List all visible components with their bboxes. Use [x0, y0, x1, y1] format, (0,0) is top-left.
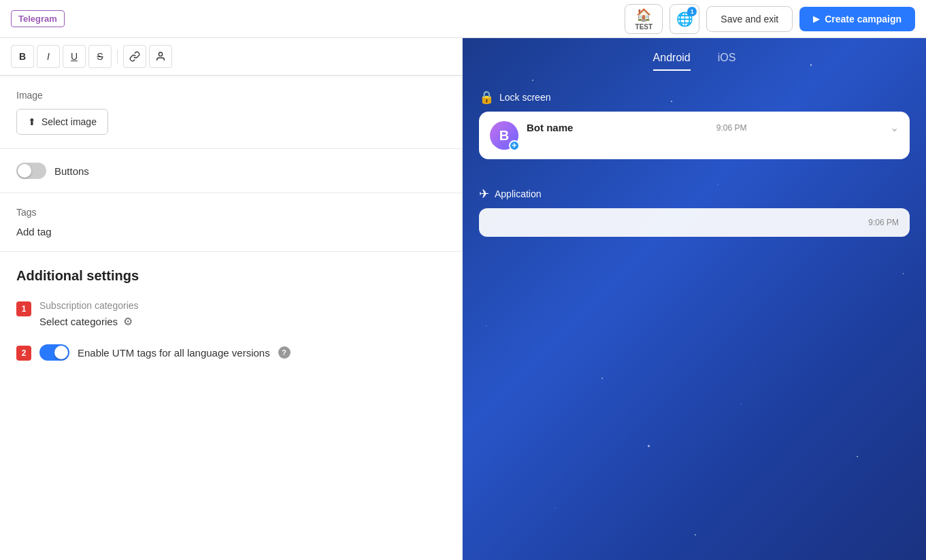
star: [648, 445, 650, 447]
bold-button[interactable]: B: [11, 45, 34, 68]
ios-tab[interactable]: iOS: [718, 52, 736, 71]
star: [718, 184, 718, 185]
test-label: TEST: [635, 23, 653, 31]
buttons-row: Buttons: [16, 163, 446, 179]
image-section: Image ⬆ Select image: [0, 76, 462, 149]
utm-label: Enable UTM tags for all language version…: [78, 347, 270, 359]
globe-button[interactable]: 🌐 1: [669, 4, 699, 34]
lock-screen-header: 🔒 Lock screen: [479, 90, 910, 105]
save-exit-button[interactable]: Save and exit: [706, 6, 793, 32]
select-image-label: Select image: [42, 116, 97, 127]
bot-avatar: B ✈: [490, 121, 518, 150]
telegram-mini-icon: ✈: [509, 140, 520, 151]
upload-icon: ⬆: [28, 116, 36, 127]
main-layout: B I U S Image ⬆: [0, 38, 926, 560]
utm-toggle[interactable]: [39, 344, 69, 361]
play-icon: ▶: [813, 14, 819, 24]
subscription-categories-item: 1 Subscription categories Select categor…: [16, 300, 446, 328]
setting-number-2: 2: [16, 346, 31, 361]
select-image-button[interactable]: ⬆ Select image: [16, 109, 108, 135]
notification-header: Bot name 9:06 PM ⌄: [527, 121, 899, 134]
subscription-categories-content: Subscription categories Select categorie…: [39, 300, 446, 328]
svg-point-0: [159, 52, 162, 56]
star: [870, 142, 872, 144]
star: [903, 273, 904, 274]
add-tag-button[interactable]: Add tag: [16, 226, 446, 237]
star: [857, 456, 858, 457]
bot-name: Bot name: [527, 122, 573, 133]
application-notification: 9:06 PM: [479, 208, 910, 237]
globe-badge: 1: [687, 7, 697, 16]
subscription-categories-title: Subscription categories: [39, 300, 446, 311]
star: [601, 378, 603, 379]
notification-content: Bot name 9:06 PM ⌄: [527, 121, 899, 137]
app-notification-time: 9:06 PM: [868, 218, 899, 227]
right-panel: Android iOS 🔒 Lock screen B ✈ Bot name 9…: [463, 38, 926, 560]
utm-tags-item: 2 Enable UTM tags for all language versi…: [16, 344, 446, 361]
toolbar-divider: [117, 50, 118, 63]
android-tab[interactable]: Android: [653, 52, 691, 71]
setting-number-1: 1: [16, 301, 31, 316]
test-button[interactable]: 🏠 TEST: [625, 4, 663, 34]
link-icon: [129, 51, 140, 62]
create-campaign-label: Create campaign: [825, 14, 902, 24]
top-bar-left: Telegram: [11, 10, 65, 27]
chevron-down-icon: ⌄: [890, 121, 899, 134]
person-icon: [155, 51, 166, 62]
help-icon[interactable]: ?: [278, 346, 291, 359]
star: [741, 403, 742, 405]
send-icon: ✈: [479, 186, 489, 201]
utm-toggle-knob: [54, 346, 68, 359]
tags-section: Tags Add tag: [0, 193, 462, 252]
italic-button[interactable]: I: [37, 45, 60, 68]
person-button[interactable]: [149, 45, 172, 68]
link-button[interactable]: [123, 45, 146, 68]
application-section: ✈ Application 9:06 PM: [463, 178, 926, 245]
star: [555, 508, 556, 508]
lock-icon: 🔒: [479, 90, 494, 105]
application-header: ✈ Application: [479, 186, 910, 201]
toggle-knob: [18, 164, 31, 178]
utm-setting: Enable UTM tags for all language version…: [39, 344, 291, 361]
image-label: Image: [16, 90, 446, 101]
create-campaign-button[interactable]: ▶ Create campaign: [799, 7, 915, 31]
notification-time: 9:06 PM: [716, 123, 747, 133]
lock-screen-title: Lock screen: [499, 92, 550, 103]
top-bar: Telegram 🏠 TEST 🌐 1 Save and exit ▶ Crea…: [0, 0, 926, 38]
star: [671, 101, 672, 102]
left-panel: B I U S Image ⬆: [0, 38, 463, 560]
top-bar-right: 🏠 TEST 🌐 1 Save and exit ▶ Create campai…: [625, 4, 915, 34]
house-icon: 🏠: [636, 7, 651, 22]
application-title: Application: [495, 188, 542, 199]
preview-tabs: Android iOS: [463, 38, 926, 71]
buttons-section: Buttons: [0, 149, 462, 193]
strikethrough-button[interactable]: S: [88, 45, 112, 68]
telegram-badge: Telegram: [11, 10, 65, 27]
additional-settings-title: Additional settings: [16, 268, 446, 284]
star: [486, 325, 486, 326]
lock-screen-section: 🔒 Lock screen B ✈ Bot name 9:06 PM ⌄: [463, 82, 926, 167]
underline-button[interactable]: U: [63, 45, 86, 68]
text-toolbar: B I U S: [0, 38, 462, 76]
select-categories-text[interactable]: Select categories: [39, 316, 118, 327]
gear-icon[interactable]: ⚙: [123, 315, 133, 328]
lock-screen-notification: B ✈ Bot name 9:06 PM ⌄: [479, 112, 910, 159]
additional-settings: Additional settings 1 Subscription categ…: [0, 252, 462, 393]
star: [810, 64, 812, 66]
buttons-label: Buttons: [54, 165, 89, 177]
star: [695, 534, 696, 536]
tags-label: Tags: [16, 207, 446, 218]
buttons-toggle[interactable]: [16, 163, 46, 179]
subscription-categories-value: Select categories ⚙: [39, 315, 446, 328]
